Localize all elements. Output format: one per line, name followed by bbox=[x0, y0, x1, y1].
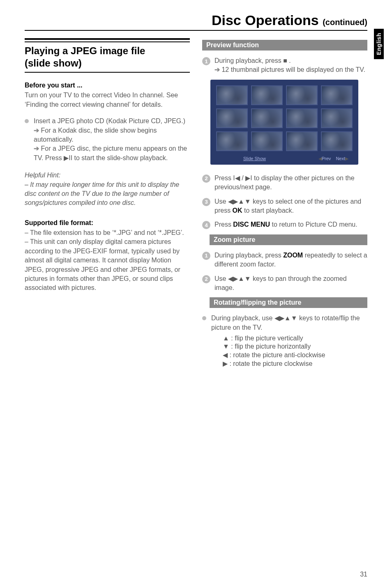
section-title-line2: (slide show) bbox=[25, 57, 82, 69]
next-label: Next bbox=[336, 156, 345, 161]
step3-post: to start playback. bbox=[242, 207, 294, 214]
play-pause-icon: ▶II bbox=[64, 154, 72, 163]
hint-label: Helpful Hint: bbox=[25, 171, 190, 180]
preview-step2: 2 Press I◀ / ▶I to display the other pic… bbox=[202, 174, 367, 192]
ok-label: OK bbox=[233, 207, 242, 214]
thumb-nav: ◀Prev Next▶ bbox=[318, 156, 348, 161]
before-heading: Before you start ... bbox=[25, 81, 190, 90]
title-continued: (continued) bbox=[323, 18, 367, 27]
down-icon: ▼ bbox=[223, 343, 229, 350]
left-icon: ◀ bbox=[223, 351, 228, 358]
prev-track-icon: I◀ bbox=[233, 175, 240, 181]
thumb-cell bbox=[216, 108, 248, 128]
bullet-icon bbox=[25, 119, 29, 123]
arrow-icon: ➔ bbox=[214, 66, 220, 73]
step1-arrow-text: 12 thumbnail pictures will be displayed … bbox=[221, 66, 365, 73]
step2-pre: Press bbox=[214, 175, 233, 181]
arrow-icon: ➔ bbox=[34, 145, 39, 152]
insert-bullet: Insert a JPEG photo CD (Kodak Picture CD… bbox=[25, 117, 190, 163]
right-icon: ▶ bbox=[223, 360, 228, 367]
next-track-icon: ▶I bbox=[245, 175, 252, 181]
key-right-text: : rotate the picture clockwise bbox=[229, 360, 312, 367]
supported-p1: – The file extension has to be ‘*.JPG’ a… bbox=[25, 228, 190, 237]
page-container: Disc Operations (continued) Playing a JP… bbox=[0, 0, 392, 588]
stop-icon: ■ bbox=[283, 57, 287, 64]
triangle-right-icon: ▶ bbox=[345, 156, 348, 161]
language-tab: English bbox=[374, 29, 384, 59]
prev-label: Prev bbox=[322, 156, 331, 161]
page-number: 31 bbox=[360, 571, 367, 578]
key-down-text: : flip the picture horizontally bbox=[231, 343, 311, 350]
right-column: Preview function 1 During playback, pres… bbox=[202, 38, 367, 572]
columns: Playing a JPEG image file (slide show) B… bbox=[25, 38, 367, 572]
thumb-cell bbox=[251, 131, 283, 151]
rotate-bullet: During playback, use ◀▶▲▼ keys to rotate… bbox=[202, 314, 367, 368]
thumbnail-bottom-bar: Slide Show ◀Prev Next▶ bbox=[216, 155, 353, 161]
key-down-line: ▼ : flip the picture horizontally bbox=[223, 343, 367, 350]
up-icon: ▲ bbox=[223, 335, 229, 342]
preview-step4: 4 Press DISC MENU to return to Picture C… bbox=[202, 220, 367, 229]
thumbnail-screenshot: Slide Show ◀Prev Next▶ bbox=[210, 80, 358, 165]
thumb-cell bbox=[216, 85, 248, 105]
zoom-step2: 2 Use ◀▶▲▼ keys to pan through the zoome… bbox=[202, 274, 367, 293]
rotate-header: Rotating/flipping the picture bbox=[210, 297, 367, 308]
rotate-pre: During playback, use bbox=[211, 315, 274, 322]
supported-p2: – This unit can only display digital cam… bbox=[25, 237, 190, 292]
thumb-cell bbox=[286, 85, 318, 105]
rotate-keys-list: ▲ : flip the picture vertically ▼ : flip… bbox=[223, 335, 367, 368]
zoom-header: Zoom picture bbox=[210, 234, 367, 245]
badge-2: 2 bbox=[202, 275, 210, 283]
thumb-cell bbox=[321, 131, 353, 151]
arrow-icon: ➔ bbox=[34, 127, 39, 134]
zoom-step1: 1 During playback, press ZOOM repeatedly… bbox=[202, 251, 367, 269]
zoom2-pre: Use bbox=[214, 275, 228, 282]
badge-1: 1 bbox=[202, 252, 210, 260]
key-left-line: ◀ : rotate the picture anti-clockwise bbox=[223, 351, 367, 359]
left-column: Playing a JPEG image file (slide show) B… bbox=[25, 38, 190, 572]
slide-show-label: Slide Show bbox=[243, 156, 266, 161]
title-main: Disc Operations bbox=[212, 12, 319, 28]
rule-top bbox=[25, 38, 190, 42]
title-row: Disc Operations (continued) bbox=[25, 12, 367, 31]
step1-post: . bbox=[287, 57, 291, 64]
triangle-left-icon: ◀ bbox=[318, 156, 322, 161]
key-up-line: ▲ : flip the picture vertically bbox=[223, 335, 367, 342]
thumb-cell bbox=[216, 131, 248, 151]
zoom1-pre: During playback, press bbox=[214, 252, 283, 259]
next-nav: Next▶ bbox=[336, 156, 348, 161]
key-left-text: : rotate the picture anti-clockwise bbox=[229, 351, 325, 358]
section-title: Playing a JPEG image file (slide show) bbox=[25, 45, 190, 69]
rule-bottom bbox=[25, 72, 190, 73]
key-right-line: ▶ : rotate the picture clockwise bbox=[223, 360, 367, 368]
section-title-line1: Playing a JPEG image file bbox=[25, 45, 145, 56]
thumb-cell bbox=[286, 108, 318, 128]
thumb-cell bbox=[321, 108, 353, 128]
step4-pre: Press bbox=[214, 221, 233, 228]
preview-step1: 1 During playback, press ■ . ➔ 12 thumbn… bbox=[202, 56, 367, 75]
arrow-keys-icon: ◀▶▲▼ bbox=[228, 275, 251, 282]
disc-menu-label: DISC MENU bbox=[233, 221, 270, 228]
step1-pre: During playback, press bbox=[214, 57, 283, 64]
hint-text: – It may require longer time for this un… bbox=[25, 180, 190, 208]
arrow-keys-icon: ◀▶▲▼ bbox=[274, 315, 297, 322]
supported-heading: Supported file format: bbox=[25, 218, 190, 227]
badge-4: 4 bbox=[202, 221, 210, 229]
jpeg-arrow-line: ➔ For a JPEG disc, the picture menu appe… bbox=[34, 144, 190, 163]
key-up-text: : flip the picture vertically bbox=[231, 335, 303, 342]
badge-1: 1 bbox=[202, 57, 210, 65]
bullet-icon bbox=[202, 316, 206, 320]
thumb-cell bbox=[251, 85, 283, 105]
kodak-arrow-text: For a Kodak disc, the slide show begins … bbox=[34, 127, 157, 143]
preview-step3: 3 Use ◀▶▲▼ keys to select one of the pic… bbox=[202, 197, 367, 216]
thumbnail-grid bbox=[216, 85, 353, 151]
badge-3: 3 bbox=[202, 198, 210, 206]
insert-text: Insert a JPEG photo CD (Kodak Picture CD… bbox=[34, 117, 190, 126]
jpeg-arrow-post: to start the slide-show playback. bbox=[72, 154, 168, 161]
preview-header: Preview function bbox=[202, 40, 367, 51]
thumb-cell bbox=[321, 85, 353, 105]
kodak-arrow-line: ➔ For a Kodak disc, the slide show begin… bbox=[34, 126, 190, 145]
prev-nav: ◀Prev bbox=[318, 156, 331, 161]
step4-post: to return to Picture CD menu. bbox=[270, 221, 357, 228]
insert-block: Insert a JPEG photo CD (Kodak Picture CD… bbox=[34, 117, 190, 163]
thumb-cell bbox=[286, 131, 318, 151]
